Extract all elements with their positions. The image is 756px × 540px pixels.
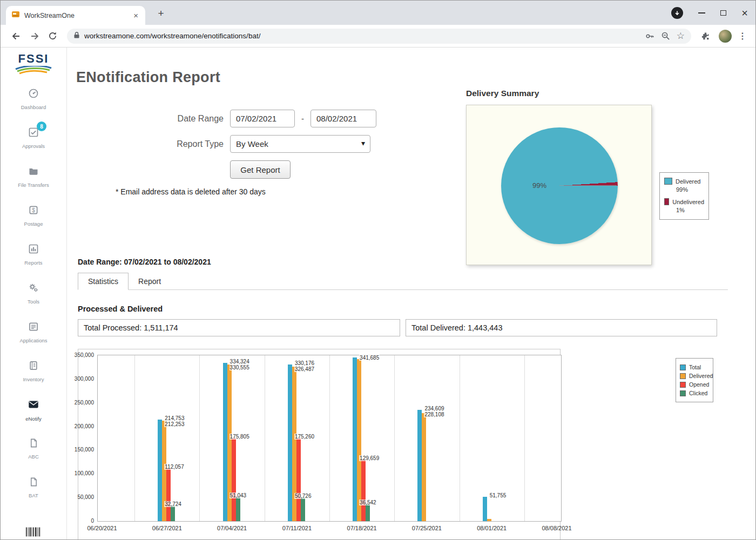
tools-icon (28, 282, 39, 295)
url-text[interactable]: workstreamone.com/workstreamone/enotific… (84, 32, 638, 40)
x-tick-label: 07/18/2021 (347, 525, 377, 531)
gridline (265, 355, 265, 521)
processed-delivered-heading: Processed & Delivered (78, 305, 163, 313)
maximize-button[interactable] (720, 10, 726, 16)
browser-tab[interactable]: WorkStreamOne × (6, 6, 145, 25)
barcode-icon[interactable] (25, 526, 42, 539)
bar-value-label: 228,108 (424, 411, 444, 417)
approvals-count-badge: 8 (37, 122, 46, 131)
page-title: ENotification Report (76, 69, 220, 86)
sidebar-item-label: Postage (24, 221, 43, 227)
forward-icon[interactable] (30, 31, 39, 41)
legend-item-opened: Opened (680, 381, 709, 388)
undelivered-swatch-icon (664, 198, 669, 205)
menu-icon[interactable]: ⋮ (738, 31, 747, 41)
bar-value-label: 212,253 (164, 421, 185, 427)
x-tick-label: 07/25/2021 (412, 525, 442, 531)
tab-title: WorkStreamOne (24, 12, 132, 19)
report-tabs: Statistics Report (78, 272, 728, 290)
profile-avatar[interactable] (719, 30, 732, 43)
fssi-logo[interactable]: FSSI (14, 52, 53, 79)
legend-item-delivered: Delivered (680, 373, 709, 379)
bar-value-label: 330,555 (230, 364, 250, 370)
envelope-icon (28, 399, 39, 413)
extensions-icon[interactable] (701, 31, 710, 40)
dashboard-icon (28, 88, 39, 101)
bar-clicked (366, 504, 370, 521)
tab-report[interactable]: Report (129, 273, 171, 289)
bar-opened (361, 460, 366, 521)
bar-chart-panel: 050,000100,000150,000200,000250,000300,0… (78, 349, 561, 539)
total-delivered-box: Total Delivered: 1,443,443 (406, 319, 717, 336)
report-type-label: Report Type (143, 139, 224, 149)
sidebar-item-enotify[interactable]: eNotify (1, 390, 66, 429)
sidebar-item-file-transfers[interactable]: File Transfers (1, 157, 66, 196)
date-range-label: Date Range (143, 114, 224, 124)
bar-clicked (301, 497, 305, 521)
key-icon[interactable] (645, 31, 654, 41)
browser-tabstrip: WorkStreamOne × + × (1, 1, 755, 25)
bar-value-label: 341,685 (359, 355, 380, 361)
sidebar-item-label: Tools (28, 299, 39, 305)
address-bar[interactable]: workstreamone.com/workstreamone/enotific… (67, 29, 691, 44)
gridline (460, 355, 460, 521)
sidebar-item-bat[interactable]: BAT (1, 468, 66, 507)
sidebar-item-abc[interactable]: ABC (1, 429, 66, 468)
bar-total (353, 357, 357, 521)
tab-close-icon[interactable]: × (132, 11, 140, 20)
window-close-button[interactable]: × (741, 8, 748, 18)
delivery-pie-chart: 99% (501, 127, 618, 244)
browser-update-icon[interactable] (671, 7, 683, 19)
bar-clicked (236, 497, 240, 521)
pie-legend-item: Delivered (664, 178, 704, 185)
bar-value-label: 334,324 (230, 359, 250, 364)
report-type-select[interactable]: By Week (230, 135, 370, 153)
sidebar-item-dashboard[interactable]: Dashboard (1, 79, 66, 118)
file-icon (29, 438, 39, 450)
total-processed-box: Total Processed: 1,511,174 (78, 319, 400, 336)
get-report-button[interactable]: Get Report (230, 160, 291, 179)
y-tick-label: 50,000 (77, 494, 94, 500)
x-tick-label: 06/20/2021 (87, 525, 117, 531)
bar-opened (166, 468, 171, 521)
date-from-input[interactable] (230, 110, 295, 127)
sidebar-item-applications[interactable]: Applications (1, 313, 66, 352)
sidebar-item-reports[interactable]: Reports (1, 235, 66, 274)
bar-value-label: 50,726 (294, 493, 312, 499)
zoom-icon[interactable] (661, 31, 670, 40)
y-tick-label: 350,000 (75, 352, 94, 358)
sidebar-item-label: Applications (19, 338, 47, 343)
gridline (329, 355, 330, 521)
reload-icon[interactable] (48, 31, 57, 40)
back-icon[interactable] (11, 31, 21, 41)
gridline (134, 355, 135, 521)
sidebar-items: Dashboard8ApprovalsFile Transfers$Postag… (1, 79, 66, 507)
bar-value-label: 112,057 (164, 464, 184, 470)
gridline (199, 355, 200, 521)
y-tick-label: 200,000 (75, 423, 94, 429)
email-retention-note: * Email address data is deleted after 30… (116, 187, 266, 196)
legend-swatch-icon (680, 373, 686, 379)
x-tick-label: 07/04/2021 (217, 525, 247, 531)
sidebar-item-approvals[interactable]: 8Approvals (1, 118, 66, 157)
tab-statistics[interactable]: Statistics (78, 273, 129, 290)
legend-swatch-icon (680, 390, 686, 396)
sidebar-item-label: BAT (29, 492, 38, 498)
sidebar-item-inventory[interactable]: Inventory (1, 352, 66, 390)
x-tick-label: 08/01/2021 (477, 525, 507, 531)
bar-plot: 214,753212,253112,05732,724334,324330,55… (97, 355, 562, 522)
date-separator: - (301, 114, 304, 123)
minimize-button[interactable] (698, 12, 705, 14)
sidebar-item-label: ABC (28, 454, 39, 460)
bar-delivered (487, 519, 491, 521)
new-tab-button[interactable]: + (154, 7, 168, 21)
bar-clicked (171, 505, 175, 521)
x-tick-label: 07/11/2021 (282, 525, 312, 531)
date-to-input[interactable] (310, 110, 376, 127)
pie-legend: Delivered 99% Undelivered 1% (659, 172, 709, 220)
sidebar-item-tools[interactable]: Tools (1, 274, 66, 313)
y-tick-label: 250,000 (75, 400, 94, 406)
bookmark-star-icon[interactable]: ☆ (677, 30, 685, 42)
delivery-summary-panel: 99% (466, 105, 652, 265)
sidebar-item-postage[interactable]: $Postage (1, 196, 66, 235)
